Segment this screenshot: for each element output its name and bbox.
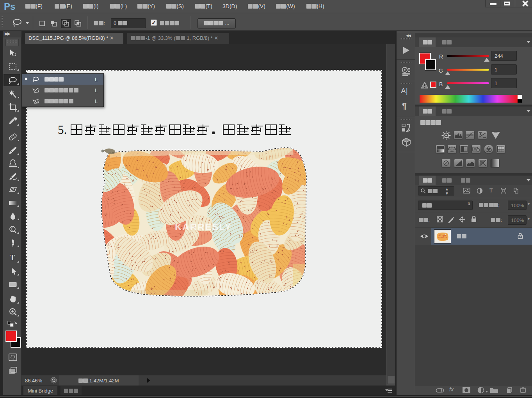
svg-text:KARRESLY: KARRESLY bbox=[175, 222, 232, 232]
